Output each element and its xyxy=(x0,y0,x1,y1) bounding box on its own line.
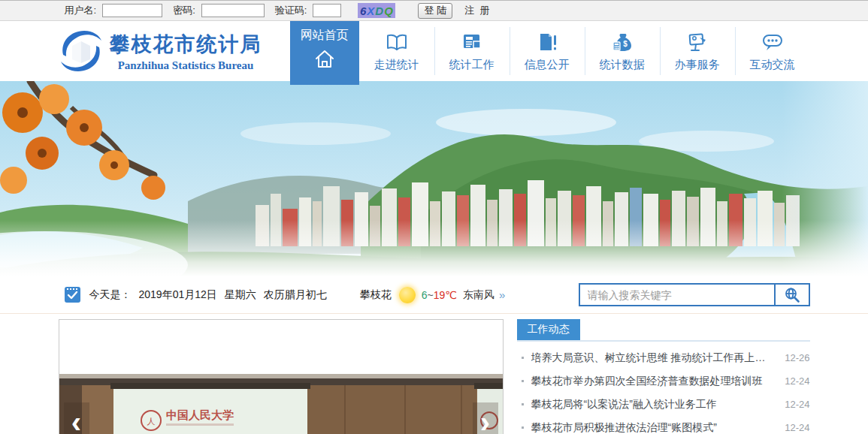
main-content: 人 中国人民大学 四川省统计系统领导干部能 力提升高级研修班 xyxy=(0,319,868,434)
site-title: 攀枝花市统计局 xyxy=(110,31,262,58)
news-title[interactable]: 攀枝花市举办第四次全国经济普查数据处理培训班 xyxy=(531,375,776,388)
news-date: 12-26 xyxy=(785,352,809,363)
date-value: 2019年01月12日 xyxy=(139,288,217,300)
bureau-logo-icon xyxy=(59,28,104,74)
nav-item-data[interactable]: $ 统计数据 xyxy=(585,21,660,81)
calendar-check-icon xyxy=(65,287,80,303)
news-date: 12-24 xyxy=(785,422,809,433)
site-subtitle: Panzhihua Statistics Bureau xyxy=(110,59,262,72)
news-item[interactable]: 培养大局意识、树立统计思维 推动统计工作再上新台阶 12-26 xyxy=(517,346,810,369)
search-button[interactable] xyxy=(774,285,809,305)
newspaper-icon xyxy=(461,31,483,53)
svg-text:$: $ xyxy=(623,40,628,48)
nav-item-info[interactable]: 信息公开 xyxy=(510,21,585,81)
username-input[interactable] xyxy=(102,4,162,17)
news-title[interactable]: 培养大局意识、树立统计思维 推动统计工作再上新台阶 xyxy=(531,351,776,365)
city-panorama-image xyxy=(0,81,868,276)
search-input[interactable] xyxy=(580,285,774,305)
main-nav: 网站首页 走进统计 xyxy=(290,21,810,81)
password-input[interactable] xyxy=(201,4,265,17)
bullet-dot xyxy=(522,380,524,382)
news-item[interactable]: 攀枝花市局积极推进依法治理“账图模式” 12-24 xyxy=(517,416,810,434)
login-button[interactable]: 登 陆 xyxy=(418,3,452,19)
search-box xyxy=(579,283,810,306)
password-label: 密码: xyxy=(173,4,195,17)
chat-bubble-icon xyxy=(761,31,784,53)
temp-high: 19℃ xyxy=(434,289,457,301)
captcha-image[interactable]: 6XDQ xyxy=(358,3,395,18)
brand-text: 攀枝花市统计局 Panzhihua Statistics Bureau xyxy=(110,31,262,72)
temp-separator: ~ xyxy=(428,289,434,301)
weather-city: 攀枝花 xyxy=(360,288,392,302)
book-icon xyxy=(386,31,408,53)
news-item[interactable]: 攀枝花局将“以案说法”融入统计业务工作 12-24 xyxy=(517,393,810,416)
news-title[interactable]: 攀枝花市局积极推进依法治理“账图模式” xyxy=(531,421,776,434)
svg-text:人: 人 xyxy=(147,417,155,426)
captcha-input[interactable] xyxy=(313,4,341,17)
nav-item-about[interactable]: 走进统计 xyxy=(359,21,434,81)
carousel-slide-photo[interactable]: 人 中国人民大学 四川省统计系统领导干部能 力提升高级研修班 xyxy=(59,374,503,434)
info-bar: 今天是：2019年01月12日星期六农历腊月初七 攀枝花 6 ~ 19℃ 东南风… xyxy=(0,276,868,314)
carousel-next-button[interactable]: › xyxy=(473,402,498,434)
news-list: 培养大局意识、树立统计思维 推动统计工作再上新台阶 12-26 攀枝花市举办第四… xyxy=(517,346,810,434)
login-bar: 用户名: 密码: 验证码: 6XDQ 登 陆 注 册 xyxy=(0,0,868,21)
news-panel: 工作动态 培养大局意识、树立统计思维 推动统计工作再上新台阶 12-26 攀枝花… xyxy=(517,319,810,434)
captcha-label: 验证码: xyxy=(275,4,307,17)
weekday-value: 星期六 xyxy=(225,288,256,300)
document-alert-icon xyxy=(536,31,558,53)
carousel-prev-button[interactable]: ‹ xyxy=(64,402,89,434)
wind-direction: 东南风 xyxy=(463,288,494,302)
site-header: 攀枝花市统计局 Panzhihua Statistics Bureau 网站首页… xyxy=(0,21,868,81)
sun-icon xyxy=(399,287,416,303)
username-label: 用户名: xyxy=(65,4,97,17)
bullet-dot xyxy=(522,403,524,405)
brand: 攀枝花市统计局 Panzhihua Statistics Bureau xyxy=(59,21,290,81)
weather-widget: 攀枝花 6 ~ 19℃ 东南风 » xyxy=(360,287,506,303)
news-tabs: 工作动态 xyxy=(517,319,810,342)
bullet-dot xyxy=(522,357,524,359)
news-title[interactable]: 攀枝花局将“以案说法”融入统计业务工作 xyxy=(531,398,776,411)
home-icon xyxy=(313,48,336,71)
tab-work-news[interactable]: 工作动态 xyxy=(517,319,580,340)
slide-white-area xyxy=(59,320,503,374)
news-date: 12-24 xyxy=(785,399,809,410)
news-date: 12-24 xyxy=(785,375,809,387)
news-carousel: 人 中国人民大学 四川省统计系统领导干部能 力提升高级研修班 xyxy=(59,319,504,434)
page: 用户名: 密码: 验证码: 6XDQ 登 陆 注 册 攀枝花市统计局 xyxy=(0,0,868,434)
screen-logo-text: 中国人民大学 xyxy=(166,408,234,421)
temp-low: 6 xyxy=(422,289,428,301)
news-item[interactable]: 攀枝花市举办第四次全国经济普查数据处理培训班 12-24 xyxy=(517,369,810,393)
nav-item-services[interactable]: 办事服务 xyxy=(660,21,735,81)
register-link[interactable]: 注 册 xyxy=(464,4,491,17)
today-label: 今天是： xyxy=(89,288,132,300)
bullet-dot xyxy=(522,426,524,429)
classroom-photo: 人 中国人民大学 四川省统计系统领导干部能 力提升高级研修班 xyxy=(59,374,503,434)
nav-item-work[interactable]: 统计工作 xyxy=(434,21,510,81)
banner-photo xyxy=(0,81,868,276)
nav-item-interact[interactable]: 互动交流 xyxy=(735,21,810,81)
service-board-icon xyxy=(686,31,709,53)
date-line: 今天是：2019年01月12日星期六农历腊月初七 xyxy=(89,288,334,302)
search-globe-icon xyxy=(784,287,800,303)
nav-item-home[interactable]: 网站首页 xyxy=(290,21,359,85)
moneybag-icon: $ xyxy=(611,31,634,53)
weather-more-link[interactable]: » xyxy=(499,288,505,301)
lunar-date: 农历腊月初七 xyxy=(264,288,327,300)
